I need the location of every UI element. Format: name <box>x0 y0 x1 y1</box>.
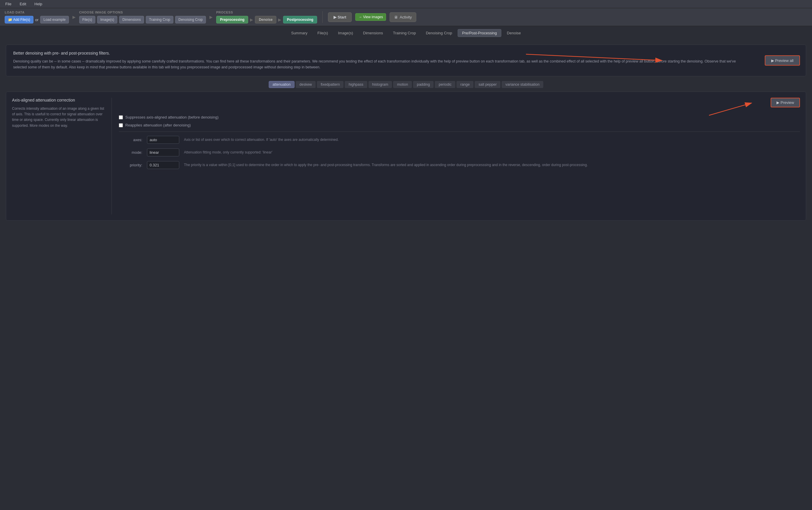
files-tab-btn[interactable]: File(s) <box>79 16 95 24</box>
preview-button[interactable]: ▶ Preview <box>771 98 800 107</box>
filter-tab-attenuation[interactable]: attenuation <box>269 81 294 88</box>
priority-input[interactable] <box>147 161 179 169</box>
arrow-3: ▶ <box>250 17 253 22</box>
tab-summary[interactable]: Summary <box>287 29 312 37</box>
menubar: File Edit Help <box>0 0 812 8</box>
filter-tab-motion[interactable]: motion <box>393 81 412 88</box>
form-divider <box>119 132 800 132</box>
postprocessing-btn[interactable]: Postprocessing <box>283 16 317 24</box>
info-card: Better denoising with pre- and post-proc… <box>6 45 806 76</box>
or-label: or <box>35 18 39 22</box>
axes-input[interactable] <box>147 136 179 144</box>
activity-button[interactable]: 🖥 Activity <box>389 12 416 22</box>
separator-1 <box>322 11 323 23</box>
denoise-btn[interactable]: Denoise <box>255 16 276 24</box>
filter-tab-histogram[interactable]: histogram <box>369 81 392 88</box>
suppress-checkbox[interactable] <box>119 115 123 119</box>
tab-files[interactable]: File(s) <box>313 29 332 37</box>
left-description-panel: Axis-aligned attenuation correction Corr… <box>12 98 112 215</box>
menu-help[interactable]: Help <box>33 1 44 7</box>
right-config-panel: ▶ Preview Suppresses axis-aligned attenu… <box>112 98 800 215</box>
tab-images[interactable]: Image(s) <box>334 29 357 37</box>
filter-tab-saltpepper[interactable]: salt pepper <box>475 81 500 88</box>
tab-dimensions[interactable]: Dimensions <box>359 29 387 37</box>
menu-file[interactable]: File <box>3 1 13 7</box>
arrow-2: ▶ <box>209 15 213 19</box>
suppress-label: Suppresses axis-aligned attenuation (bef… <box>125 115 219 119</box>
axes-field-row: axes: Axis or list of axes over which to… <box>119 136 800 144</box>
priority-label: priority: <box>119 161 142 167</box>
svg-line-3 <box>709 103 752 115</box>
preview-all-button[interactable]: ▶ Preview all <box>765 55 800 66</box>
choose-image-label: Choose image options <box>79 10 206 14</box>
load-example-button[interactable]: Load example <box>40 16 69 24</box>
start-button[interactable]: ▶ Start <box>328 12 352 22</box>
mode-description: Attenuation fitting mode, only currently… <box>184 148 800 155</box>
arrow-4: ▶ <box>278 17 281 22</box>
menu-edit[interactable]: Edit <box>18 1 28 7</box>
load-data-section: Load data 📁 Add File(s) or Load example <box>5 10 69 24</box>
checkbox-reapply-row: Reapplies attenuation (after denoising) <box>119 123 800 128</box>
content-area: Better denoising with pre- and post-proc… <box>0 40 812 225</box>
reapply-label: Reapplies attenuation (after denoising) <box>125 123 191 128</box>
filter-tab-padding[interactable]: padding <box>413 81 434 88</box>
toolbar: Load data 📁 Add File(s) or Load example … <box>0 8 812 26</box>
monitor-icon: 🖥 <box>394 15 398 19</box>
choose-image-section: Choose image options File(s) Image(s) Di… <box>79 10 206 24</box>
activity-label: Activity <box>400 15 412 19</box>
mode-label: mode: <box>119 148 142 154</box>
axes-description: Axis or list of axes over which to corre… <box>184 136 800 143</box>
filter-tab-deskew[interactable]: deskew <box>296 81 316 88</box>
panel-title: Axis-aligned attenuation correction <box>12 98 106 103</box>
filter-tab-fixedpattern[interactable]: fixedpattern <box>317 81 344 88</box>
arrow-1: ▶ <box>72 15 76 19</box>
reapply-checkbox[interactable] <box>119 123 123 128</box>
filter-tab-range[interactable]: range <box>457 81 473 88</box>
priority-description: The priority is a value within [0,1] use… <box>184 161 800 168</box>
attenuation-panel: Axis-aligned attenuation correction Corr… <box>6 91 806 221</box>
dimensions-tab-btn[interactable]: Dimensions <box>119 16 144 24</box>
images-tab-btn[interactable]: Image(s) <box>97 16 117 24</box>
mode-field-row: mode: Attenuation fitting mode, only cur… <box>119 148 800 157</box>
preprocessing-btn[interactable]: Preprocessing <box>216 16 248 24</box>
main-tab-bar: Summary File(s) Image(s) Dimensions Trai… <box>0 26 812 40</box>
add-files-button[interactable]: 📁 Add File(s) <box>5 16 33 24</box>
tab-denoise[interactable]: Denoise <box>502 29 525 37</box>
panel-description: Corrects intensity attenuation of an ima… <box>12 106 106 129</box>
checkbox-suppress-row: Suppresses axis-aligned attenuation (bef… <box>119 115 800 119</box>
info-title: Better denoising with pre- and post-proc… <box>13 51 799 55</box>
filter-tab-periodic[interactable]: periodic <box>435 81 455 88</box>
load-data-label: Load data <box>5 10 69 14</box>
tab-pre-post-processing[interactable]: Pre/Post-Processing <box>458 29 501 37</box>
filter-tab-bar: attenuation deskew fixedpattern highpass… <box>6 81 806 88</box>
filter-tab-highpass[interactable]: highpass <box>345 81 367 88</box>
view-images-button[interactable]: → View images <box>355 13 386 21</box>
info-description: Denoising quality can be -- in some case… <box>13 58 740 70</box>
tab-training-crop[interactable]: Training Crop <box>388 29 420 37</box>
mode-input[interactable] <box>147 148 179 157</box>
training-crop-tab-btn[interactable]: Training Crop <box>146 16 173 24</box>
axes-label: axes: <box>119 136 142 142</box>
process-label: Process <box>216 10 317 14</box>
denoising-crop-tab-btn[interactable]: Denoising Crop <box>175 16 206 24</box>
filter-tab-variancestab[interactable]: variance stabilisation <box>502 81 543 88</box>
process-section: Process Preprocessing ▶ Denoise ▶ Postpr… <box>216 10 317 24</box>
tab-denoising-crop[interactable]: Denoising Crop <box>422 29 457 37</box>
priority-field-row: priority: The priority is a value within… <box>119 161 800 169</box>
